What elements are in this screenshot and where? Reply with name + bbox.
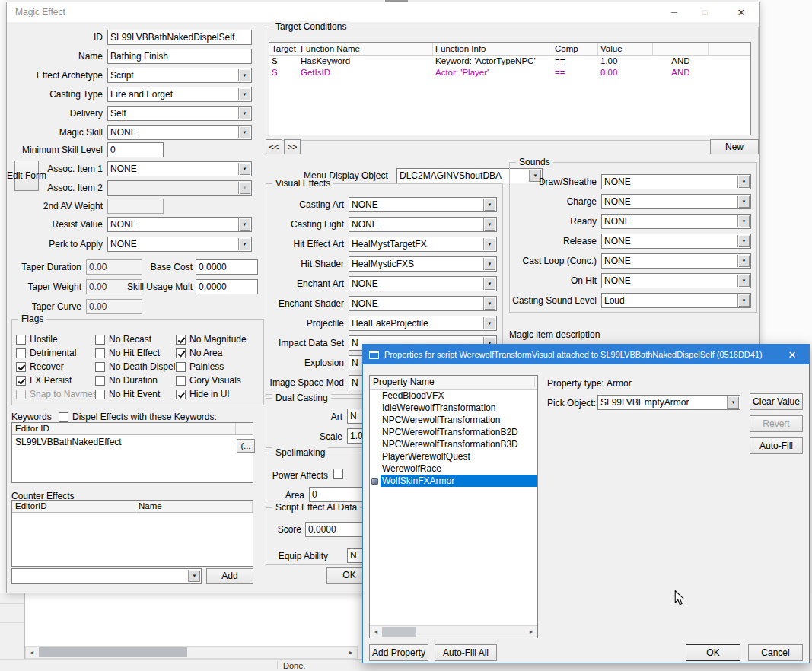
column-header[interactable]: Function Info [433, 43, 552, 56]
assoc-item-1-select[interactable]: NONE▼ [107, 161, 252, 176]
property-list-item[interactable]: FeedBloodVFX [370, 390, 537, 402]
visual-effect-projectile-select[interactable]: HealFakeProjectile▼ [349, 316, 497, 331]
visual-effect-hit-shader-select[interactable]: HealMysticFXS▼ [349, 256, 497, 272]
flag-checkbox-fx-persist[interactable]: FX Persist [16, 374, 102, 387]
effect-archetype-select[interactable]: Script▼ [107, 68, 252, 83]
flag-checkbox-snap-to-navmesh[interactable]: Snap to Navmesh [16, 387, 102, 401]
column-header[interactable] [709, 43, 750, 56]
property-list-item[interactable]: NPCWerewolfTransformation [370, 414, 537, 426]
add-property-button[interactable]: Add Property [369, 644, 428, 661]
casting-type-select[interactable]: Fire and Forget▼ [107, 87, 252, 102]
scroll-left-icon[interactable]: ◄ [370, 626, 382, 638]
cancel-button[interactable]: Cancel [748, 644, 803, 661]
column-header[interactable] [653, 43, 709, 56]
av-weight-input[interactable] [107, 199, 164, 214]
new-condition-button[interactable]: New [710, 139, 759, 154]
sound-casting-sound-level-select[interactable]: Loud▼ [601, 293, 751, 308]
flag-checkbox-no-hit-effect[interactable]: No Hit Effect [95, 346, 175, 360]
scroll-right-icon[interactable]: ► [525, 626, 537, 638]
delivery-select[interactable]: Self▼ [107, 106, 252, 121]
visual-effect-casting-light-select[interactable]: NONE▼ [349, 217, 497, 232]
scrollbar-thumb[interactable] [39, 647, 187, 657]
flag-checkbox-no-death-dispel[interactable]: No Death Dispel [95, 360, 175, 374]
counter-effects-list[interactable]: EditorID Name [11, 500, 253, 567]
min-skill-input[interactable] [107, 142, 164, 157]
close-icon[interactable]: ✕ [722, 2, 760, 22]
property-list-item[interactable]: PlayerWerewolfQuest [370, 450, 537, 463]
background-horizontal-scrollbar[interactable]: ◄ ► [25, 646, 358, 659]
visual-effect-casting-art-select[interactable]: NONE▼ [349, 197, 497, 212]
magic-skill-select[interactable]: NONE▼ [107, 125, 252, 140]
selected-value: HealMystTargetFX [352, 239, 427, 250]
visual-effect-enchant-art-select[interactable]: NONE▼ [349, 276, 497, 291]
column-header[interactable]: Value [598, 43, 653, 56]
keywords-browse-button[interactable]: (... [237, 439, 255, 453]
flag-checkbox-no-hit-event[interactable]: No Hit Event [95, 387, 175, 401]
flag-checkbox-gory-visuals[interactable]: Gory Visuals [176, 374, 247, 387]
sound-ready-select[interactable]: NONE▼ [601, 214, 751, 229]
column-header[interactable]: Target [269, 43, 298, 56]
sound-release-select[interactable]: NONE▼ [601, 234, 751, 249]
property-list-horizontal-scrollbar[interactable]: ◄ ► [370, 625, 537, 638]
editorid-column-header[interactable]: EditorID [12, 501, 135, 512]
flag-checkbox-no-duration[interactable]: No Duration [95, 374, 175, 387]
property-list-item[interactable]: NPCWerewolfTransformationB2D [370, 426, 537, 438]
autofill-button[interactable]: Auto-Fill [750, 437, 803, 454]
visual-effect-enchant-shader-select[interactable]: NONE▼ [349, 296, 497, 311]
flag-checkbox-recover[interactable]: Recover [16, 360, 102, 374]
id-input[interactable] [107, 30, 252, 45]
flag-checkbox-hostile[interactable]: Hostile [16, 332, 102, 346]
pick-object-select[interactable]: SL99LVBEmptyArmor▼ [597, 395, 740, 410]
column-header[interactable]: Comp [552, 43, 598, 56]
sound-charge-select[interactable]: NONE▼ [601, 194, 751, 209]
resist-value-select[interactable]: NONE▼ [107, 217, 252, 232]
property-list-item[interactable]: NPCWerewolfTransformationB3D [370, 438, 537, 450]
taper-curve-input[interactable] [86, 299, 142, 314]
sound-draw-sheathe-select[interactable]: NONE▼ [601, 174, 751, 189]
flag-checkbox-no-recast[interactable]: No Recast [95, 332, 175, 346]
minimize-icon[interactable]: ─ [659, 2, 689, 22]
editor-id-column-header[interactable]: Editor ID [12, 423, 236, 434]
properties-titlebar[interactable]: Properties for script WerewolfTransformV… [363, 345, 809, 364]
power-affects-checkbox[interactable] [333, 469, 343, 479]
magic-effect-titlebar[interactable]: Magic Effect [7, 2, 759, 22]
scrollbar-thumb[interactable] [382, 627, 416, 637]
flag-checkbox-detrimental[interactable]: Detrimental [16, 346, 102, 360]
scroll-left-icon[interactable]: ◄ [26, 647, 38, 658]
counter-effect-select[interactable]: ▼ [11, 568, 202, 584]
target-conditions-table[interactable]: Target Function Name Function Info Comp … [269, 42, 751, 135]
perk-to-apply-select[interactable]: NONE▼ [107, 237, 252, 252]
autofill-all-button[interactable]: Auto-Fill All [435, 644, 497, 661]
base-cost-input[interactable] [196, 259, 258, 275]
sound-cast-loop-conc-select[interactable]: NONE▼ [601, 253, 751, 269]
revert-button[interactable]: Revert [750, 415, 803, 432]
property-list[interactable]: Property Name FeedBloodVFXIdleWerewolfTr… [369, 375, 538, 638]
ok-button[interactable]: OK [686, 644, 740, 661]
name-column-header[interactable]: Name [135, 501, 253, 512]
condition-next-button[interactable]: >> [284, 139, 301, 154]
maximize-icon[interactable]: □ [689, 2, 720, 22]
property-list-item[interactable]: WolfSkinFXArmor [370, 475, 537, 487]
clear-value-button[interactable]: Clear Value [750, 393, 803, 410]
visual-effect-hit-effect-art-select[interactable]: HealMystTargetFX▼ [349, 237, 497, 252]
condition-row[interactable]: SHasKeywordKeyword: 'ActorTypeNPC'==1.00… [269, 56, 750, 67]
keyword-item[interactable]: SL99LVBBathNakedEffect [12, 435, 253, 449]
name-input[interactable] [107, 49, 252, 64]
keywords-list[interactable]: Editor ID SL99LVBBathNakedEffect [11, 422, 253, 483]
property-name-column-header[interactable]: Property Name [370, 376, 537, 390]
close-icon[interactable]: ✕ [775, 345, 809, 364]
flag-checkbox-hide-in-ui[interactable]: Hide in UI [176, 387, 247, 401]
condition-row[interactable]: SGetIsIDActor: 'Player'==0.00AND [269, 67, 750, 78]
sound-on-hit-select[interactable]: NONE▼ [601, 273, 751, 288]
scroll-right-icon[interactable]: ► [345, 647, 357, 658]
add-counter-effect-button[interactable]: Add [206, 568, 253, 584]
flag-checkbox-painless[interactable]: Painless [176, 360, 247, 374]
flag-checkbox-no-area[interactable]: No Area [176, 346, 247, 360]
flag-checkbox-no-magnitude[interactable]: No Magnitude [176, 332, 247, 346]
property-list-item[interactable]: WerewolfRace [370, 463, 537, 475]
condition-prev-button[interactable]: << [266, 139, 282, 154]
property-list-item[interactable]: IdleWerewolfTransformation [370, 402, 537, 414]
skill-usage-mult-input[interactable] [196, 279, 258, 294]
column-header[interactable]: Function Name [298, 43, 433, 56]
flag-label: No Duration [109, 375, 158, 386]
